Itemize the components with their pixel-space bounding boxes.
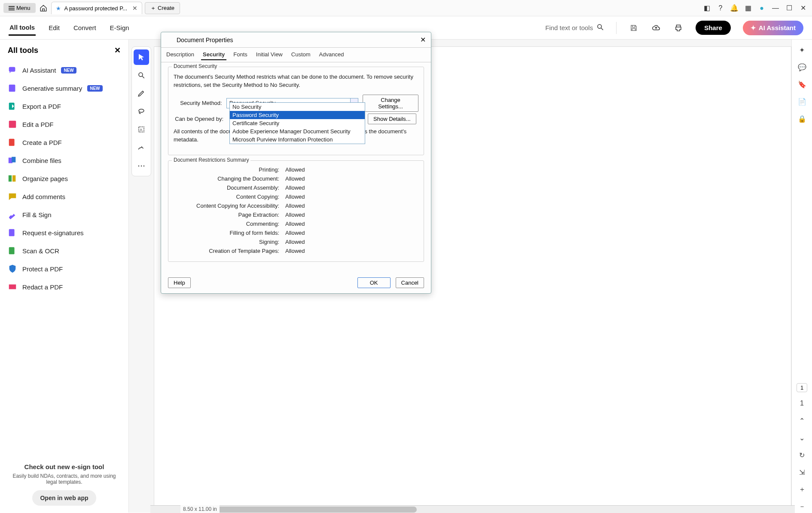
change-settings-button[interactable]: Change Settings... (363, 95, 418, 112)
app-switch-icon[interactable]: ◧ (701, 4, 712, 12)
ok-button[interactable]: OK (357, 277, 391, 288)
new-badge: NEW (61, 67, 76, 74)
restriction-key: Creation of Template Pages: (174, 248, 285, 254)
tab-security[interactable]: Security (201, 49, 226, 60)
dialog-close-icon[interactable]: ✕ (420, 36, 426, 44)
signature-tool-icon[interactable] (134, 140, 149, 155)
search-box[interactable]: Find text or tools (545, 23, 604, 32)
svg-rect-2 (9, 67, 15, 72)
svg-line-1 (601, 28, 603, 30)
svg-rect-5 (9, 121, 16, 128)
tab-edit[interactable]: Edit (48, 21, 61, 35)
page-down-icon[interactable]: ⌄ (796, 432, 808, 444)
right-rail: ✦ 💬 🔖 📄 🔒 1 1 ⌃ ⌄ ↻ ⇲ ＋ － (791, 40, 812, 513)
tab-initial-view[interactable]: Initial View (254, 49, 284, 60)
zoom-out-icon[interactable]: － (796, 501, 808, 513)
text-select-tool-icon[interactable]: A (134, 122, 149, 137)
restriction-row: Document Assembly:Allowed (174, 183, 418, 192)
main-menu-button[interactable]: Menu (3, 3, 36, 13)
search-placeholder: Find text or tools (545, 24, 593, 31)
sidebar-item-ai-assistant[interactable]: AI AssistantNEW (4, 61, 124, 79)
dropdown-option-certificate-security[interactable]: Certificate Security (230, 119, 365, 127)
comments-panel-icon[interactable]: 💬 (796, 61, 808, 73)
cancel-button[interactable]: Cancel (396, 277, 424, 288)
dropdown-option-aem-security[interactable]: Adobe Experience Manager Document Securi… (230, 127, 365, 135)
dropdown-option-purview[interactable]: Microsoft Purview Information Protection (230, 135, 365, 144)
document-tab[interactable]: ★ A password protected P... ✕ (51, 2, 142, 14)
sidebar-item-label: Fill & Sign (22, 211, 52, 218)
sidebar-item-label: Combine files (22, 157, 61, 164)
sidebar-item-organize-pages[interactable]: Organize pages (4, 169, 124, 187)
page-number-input[interactable]: 1 (797, 383, 807, 392)
open-in-web-button[interactable]: Open in web app (32, 490, 96, 506)
sidebar-item-label: Add comments (22, 193, 65, 200)
panel-close-icon[interactable]: ✕ (114, 46, 121, 55)
scroll-thumb[interactable] (202, 507, 417, 513)
window-maximize-icon[interactable]: ☐ (784, 4, 795, 12)
apps-grid-icon[interactable]: ▦ (742, 4, 754, 12)
cloud-upload-icon[interactable] (651, 23, 661, 33)
shield-icon (8, 264, 17, 273)
lock-icon[interactable]: 🔒 (796, 113, 808, 125)
pen-tool-icon[interactable] (134, 86, 149, 101)
select-tool-icon[interactable] (134, 49, 149, 65)
print-icon[interactable] (673, 23, 684, 33)
button-label: Cancel (401, 280, 418, 286)
bookmarks-icon[interactable]: 🔖 (796, 78, 808, 90)
tab-custom[interactable]: Custom (290, 49, 312, 60)
restriction-row: Commenting:Allowed (174, 219, 418, 228)
restriction-value: Allowed (285, 212, 305, 218)
sidebar-item-redact-pdf[interactable]: Redact a PDF (4, 278, 124, 296)
sidebar-item-combine-files[interactable]: Combine files (4, 151, 124, 169)
svg-rect-13 (9, 285, 16, 289)
ai-assistant-button[interactable]: ✦ AI Assistant (743, 21, 803, 35)
dropdown-option-password-security[interactable]: Password Security (230, 111, 365, 119)
restriction-key: Content Copying for Accessibility: (174, 203, 285, 209)
tab-description[interactable]: Description (165, 49, 196, 60)
sidebar-item-scan-ocr[interactable]: Scan & OCR (4, 242, 124, 260)
window-minimize-icon[interactable]: — (770, 4, 781, 12)
ai-sparkle-icon[interactable]: ✦ (796, 44, 808, 56)
sidebar-item-request-signatures[interactable]: Request e-signatures (4, 224, 124, 242)
window-close-icon[interactable]: ✕ (797, 4, 809, 12)
sidebar-item-generative-summary[interactable]: Generative summaryNEW (4, 79, 124, 97)
fieldset-legend: Document Restrictions Summary (172, 157, 250, 163)
tab-convert[interactable]: Convert (73, 21, 97, 35)
pages-panel-icon[interactable]: 📄 (796, 95, 808, 108)
share-button[interactable]: Share (696, 21, 731, 35)
profile-avatar-icon[interactable]: ● (756, 4, 767, 12)
combine-icon (8, 156, 17, 165)
dialog-title: Document Properties (177, 37, 233, 43)
request-sign-icon (8, 228, 17, 237)
horizontal-scrollbar[interactable] (150, 505, 795, 513)
sidebar-item-export-pdf[interactable]: Export a PDF (4, 97, 124, 115)
sidebar-item-label: Request e-signatures (22, 229, 84, 237)
restriction-row: Filling of form fields:Allowed (174, 228, 418, 237)
help-button[interactable]: Help (168, 277, 191, 288)
save-icon[interactable] (629, 23, 639, 33)
rotate-icon[interactable]: ↻ (796, 449, 808, 461)
lasso-tool-icon[interactable] (134, 104, 149, 119)
fit-width-icon[interactable]: ⇲ (796, 466, 808, 478)
hamburger-icon (9, 8, 15, 9)
page-up-icon[interactable]: ⌃ (796, 415, 808, 427)
dropdown-option-no-security[interactable]: No Security (230, 103, 365, 111)
tab-all-tools[interactable]: All tools (9, 20, 36, 36)
home-icon[interactable] (38, 3, 49, 13)
bell-icon[interactable]: 🔔 (729, 4, 740, 12)
zoom-tool-icon[interactable] (134, 68, 149, 83)
zoom-in-icon[interactable]: ＋ (796, 483, 808, 495)
sidebar-item-add-comments[interactable]: Add comments (4, 187, 124, 206)
tab-close-icon[interactable]: ✕ (132, 5, 137, 12)
tab-esign[interactable]: E-Sign (109, 21, 130, 35)
tab-advanced[interactable]: Advanced (317, 49, 346, 60)
help-icon[interactable]: ? (715, 4, 726, 12)
more-tools-icon[interactable]: ⋯ (134, 158, 149, 173)
sidebar-item-edit-pdf[interactable]: Edit a PDF (4, 115, 124, 133)
show-details-button[interactable]: Show Details... (368, 114, 416, 124)
sidebar-item-create-pdf[interactable]: Create a PDF (4, 133, 124, 151)
tab-fonts[interactable]: Fonts (232, 49, 249, 60)
sidebar-item-fill-sign[interactable]: Fill & Sign (4, 206, 124, 224)
create-button[interactable]: ＋ Create (145, 2, 180, 14)
sidebar-item-protect-pdf[interactable]: Protect a PDF (4, 260, 124, 278)
